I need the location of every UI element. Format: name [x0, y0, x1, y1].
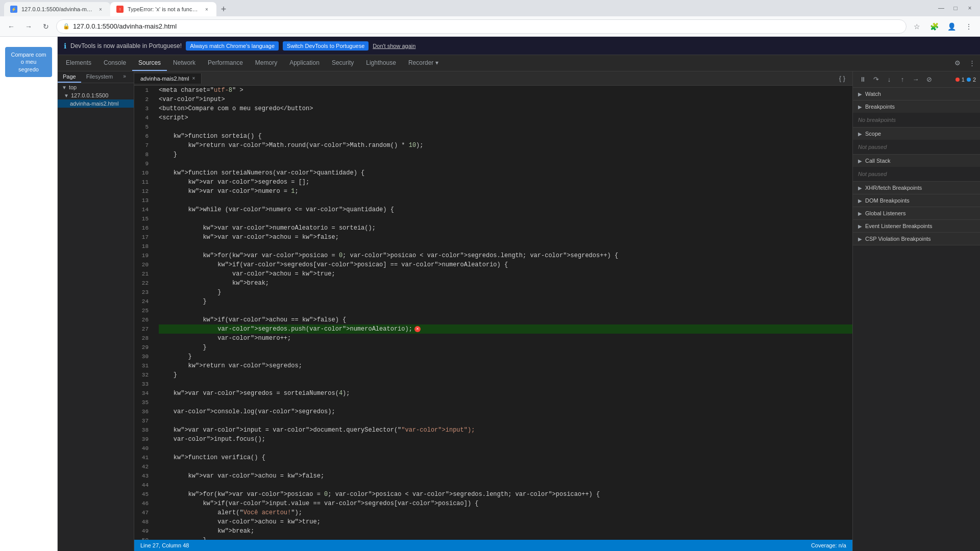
- event-label: Event Listener Breakpoints: [865, 223, 932, 229]
- forward-button[interactable]: →: [21, 19, 36, 34]
- debugger-panel: ⏸ ↷ ↓ ↑ → ⊘ 1 2 ▶ Watch: [852, 71, 980, 551]
- tab1-close[interactable]: ×: [97, 6, 104, 13]
- devtools-panel: ℹ DevTools is now available in Portugues…: [58, 37, 980, 551]
- minimize-button[interactable]: —: [935, 2, 947, 14]
- status-position: Line 27, Column 48: [140, 542, 189, 548]
- profile-icon[interactable]: 👤: [944, 19, 959, 34]
- editor-tab-close[interactable]: ×: [192, 76, 195, 81]
- csp-chevron-icon: ▶: [858, 236, 862, 242]
- tab-application[interactable]: Application: [283, 55, 326, 71]
- format-icon[interactable]: { }: [836, 72, 848, 85]
- xhr-section: ▶ XHR/fetch Breakpoints: [853, 182, 980, 194]
- dom-chevron-icon: ▶: [858, 198, 862, 204]
- filesystem-tab[interactable]: Filesystem: [81, 71, 118, 83]
- file-tree: Page Filesystem » + ▼ top ▼ 127.0.0.1:55…: [58, 71, 134, 551]
- tab-recorder[interactable]: Recorder ▾: [402, 55, 445, 71]
- csp-header[interactable]: ▶ CSP Violation Breakpoints: [853, 233, 980, 245]
- switch-portuguese-button[interactable]: Switch DevTools to Portuguese: [283, 41, 369, 51]
- menu-icon[interactable]: ⋮: [962, 19, 976, 34]
- breakpoints-header[interactable]: ▶ Breakpoints: [853, 101, 980, 113]
- browser-tab-2[interactable]: ! TypeError: 'x' is not a function ×: [110, 2, 216, 16]
- global-header[interactable]: ▶ Global Listeners: [853, 207, 980, 219]
- match-language-button[interactable]: Always match Chrome's language: [186, 41, 279, 51]
- scope-status: Not paused: [858, 142, 975, 152]
- page-tab[interactable]: Page: [58, 71, 81, 83]
- tab-network[interactable]: Network: [167, 55, 202, 71]
- dont-show-button[interactable]: Don't show again: [373, 43, 415, 49]
- code-lines: <meta charset="utf-8" ><var-color">input…: [155, 86, 852, 540]
- csp-label: CSP Violation Breakpoints: [865, 236, 931, 242]
- close-button[interactable]: ×: [964, 2, 976, 14]
- devtools-toolbar-icons: ⚙ ⋮: [951, 57, 978, 69]
- code-area: advinha-mais2.html × { } 123456789101112…: [134, 71, 852, 551]
- breakpoints-content: No breakpoints: [853, 113, 980, 127]
- editor-tabs: advinha-mais2.html × { }: [134, 71, 852, 86]
- step-button[interactable]: →: [910, 74, 921, 85]
- browser-tab-1[interactable]: ⚡ 127.0.0.1:5500/advinha-mais2.h... ×: [4, 2, 110, 16]
- more-tabs-icon[interactable]: »: [118, 71, 131, 83]
- rec-dot-red: [955, 78, 960, 82]
- call-stack-section: ▶ Call Stack Not paused: [853, 155, 980, 182]
- event-header[interactable]: ▶ Event Listener Breakpoints: [853, 220, 980, 232]
- tab-memory[interactable]: Memory: [249, 55, 283, 71]
- editor-tab-name: advinha-mais2.html: [140, 76, 189, 82]
- scope-chevron-icon: ▶: [858, 131, 862, 137]
- new-tab-button[interactable]: +: [216, 2, 231, 16]
- breakpoints-section: ▶ Breakpoints No breakpoints: [853, 101, 980, 128]
- dom-label: DOM Breakpoints: [865, 197, 910, 204]
- editor-tab-file[interactable]: advinha-mais2.html ×: [134, 73, 202, 84]
- xhr-chevron-icon: ▶: [858, 185, 862, 191]
- file-tree-tabs: Page Filesystem » +: [58, 71, 134, 83]
- step-out-button[interactable]: ↑: [897, 74, 908, 85]
- reload-button[interactable]: ↻: [39, 19, 53, 34]
- rec-dot-blue: [967, 78, 971, 82]
- server-label: 127.0.0.1:5500: [71, 92, 108, 98]
- more-tools-icon[interactable]: ⋮: [966, 57, 978, 69]
- csp-section: ▶ CSP Violation Breakpoints: [853, 233, 980, 245]
- deactivate-button[interactable]: ⊘: [923, 74, 935, 85]
- scope-label: Scope: [865, 131, 881, 137]
- tab-elements[interactable]: Elements: [60, 55, 97, 71]
- watch-header[interactable]: ▶ Watch: [853, 88, 980, 100]
- xhr-label: XHR/fetch Breakpoints: [865, 185, 922, 191]
- browser-toolbar: ← → ↻ 🔒 127.0.0.1:5500/advinha-mais2.htm…: [0, 16, 980, 37]
- window-controls: — □ ×: [935, 2, 976, 14]
- pause-button[interactable]: ⏸: [857, 74, 868, 85]
- code-editor[interactable]: 1234567891011121314151617181920212223242…: [134, 86, 852, 540]
- extensions-icon[interactable]: 🧩: [927, 19, 941, 34]
- tree-file[interactable]: advinha-mais2.html: [58, 99, 134, 108]
- info-icon: ℹ: [64, 42, 66, 50]
- no-breakpoints-msg: No breakpoints: [858, 115, 975, 125]
- breakpoints-chevron-icon: ▶: [858, 104, 862, 110]
- tab-performance[interactable]: Performance: [202, 55, 249, 71]
- xhr-header[interactable]: ▶ XHR/fetch Breakpoints: [853, 182, 980, 194]
- settings-icon[interactable]: ⚙: [951, 57, 964, 69]
- back-button[interactable]: ←: [4, 19, 18, 34]
- watch-section: ▶ Watch: [853, 88, 980, 101]
- tree-top-label: top: [69, 84, 77, 90]
- dom-header[interactable]: ▶ DOM Breakpoints: [853, 194, 980, 207]
- tab-lighthouse[interactable]: Lighthouse: [360, 55, 402, 71]
- tab2-title: TypeError: 'x' is not a function: [128, 6, 199, 12]
- maximize-button[interactable]: □: [949, 2, 962, 14]
- address-bar[interactable]: 🔒 127.0.0.1:5500/advinha-mais2.html: [56, 19, 906, 34]
- compare-button[interactable]: Compare com o meu segredo: [5, 47, 52, 77]
- tab-security[interactable]: Security: [326, 55, 360, 71]
- tree-server[interactable]: ▼ 127.0.0.1:5500: [58, 91, 134, 99]
- bookmark-icon[interactable]: ☆: [910, 19, 924, 34]
- tab1-title: 127.0.0.1:5500/advinha-mais2.h...: [21, 6, 93, 12]
- tab-sources[interactable]: Sources: [132, 55, 167, 71]
- tree-top[interactable]: ▼ top: [58, 83, 134, 91]
- chevron-down-icon: ▼: [62, 85, 67, 90]
- step-over-button[interactable]: ↷: [870, 74, 881, 85]
- tab-console[interactable]: Console: [97, 55, 132, 71]
- favicon-1: ⚡: [10, 6, 17, 13]
- main-layout: Compare com o meu segredo ℹ DevTools is …: [0, 37, 980, 551]
- tab2-close[interactable]: ×: [203, 6, 210, 13]
- scope-header[interactable]: ▶ Scope: [853, 128, 980, 140]
- call-stack-chevron-icon: ▶: [858, 158, 862, 164]
- step-into-button[interactable]: ↓: [884, 74, 895, 85]
- sources-layout: Page Filesystem » + ▼ top ▼ 127.0.0.1:55…: [58, 71, 980, 551]
- call-stack-header[interactable]: ▶ Call Stack: [853, 155, 980, 167]
- debugger-toolbar: ⏸ ↷ ↓ ↑ → ⊘ 1 2: [853, 71, 980, 88]
